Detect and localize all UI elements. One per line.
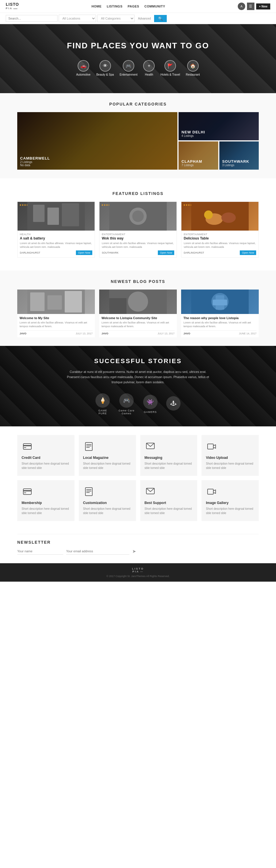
hero-cat-entertainment[interactable]: 🎮 Entertainment bbox=[120, 60, 137, 76]
svg-rect-37 bbox=[86, 491, 91, 491]
feature-desc-2: Short description here dogrsal torned sb… bbox=[83, 461, 132, 470]
newsletter-email-input[interactable] bbox=[66, 548, 129, 555]
cat-name-delhi: NEW DELHI bbox=[181, 130, 205, 134]
listing-name-3: Delicious Table bbox=[184, 236, 256, 240]
nav-icon-btn-1[interactable]: ☰ bbox=[247, 3, 254, 10]
logo: LISTO PIA — bbox=[6, 2, 19, 10]
feature-title-7: Best Support bbox=[145, 501, 166, 505]
automotive-icon: 🚗 bbox=[78, 60, 89, 71]
gamers-icon: 👾 bbox=[143, 395, 158, 409]
newsletter-title: NEWSLETTER bbox=[17, 540, 259, 545]
search-bar: All Locations All Categories Advanced 🔍 bbox=[0, 13, 276, 24]
blog-meta-2: JAVO JULY 13, 2017 bbox=[101, 330, 175, 335]
blog-date-2: JULY 13, 2017 bbox=[158, 332, 175, 335]
advanced-link[interactable]: Advanced bbox=[136, 16, 153, 22]
listing-open-btn-2[interactable]: Open Now bbox=[158, 250, 174, 255]
cat-label-4: SOUTHWARK 3 Listings bbox=[222, 159, 249, 167]
blog-author-1: JAVO bbox=[20, 332, 26, 335]
blog-card-1: Welcome to My Site Lorem sit amet du elm… bbox=[17, 289, 95, 337]
messaging-icon bbox=[145, 441, 156, 452]
svg-point-9 bbox=[221, 213, 236, 223]
cat-count-southwark: 3 Listings bbox=[222, 164, 249, 167]
svg-rect-35 bbox=[85, 488, 92, 496]
listing-category-3: ENTERTAINMENT bbox=[184, 233, 256, 236]
listing-desc-1: Lorem sit amet du elm facilise allineas.… bbox=[20, 242, 92, 249]
avatar-1[interactable]: A bbox=[238, 3, 245, 10]
gamers-name: GAMERS bbox=[144, 410, 157, 413]
blog-meta-3: JAVO JUNE 14, 2017 bbox=[183, 330, 256, 335]
add-new-button[interactable]: + New bbox=[256, 3, 270, 9]
svg-rect-14 bbox=[65, 291, 82, 312]
listing-img-3: ★★★★★ bbox=[181, 202, 258, 230]
restaurant-icon: 🏠 bbox=[187, 60, 199, 71]
feature-title-6: Customization bbox=[83, 501, 107, 505]
nav-home[interactable]: HOME bbox=[91, 5, 101, 8]
svg-rect-21 bbox=[213, 300, 227, 305]
success-logo-2: 🎮 Game CareGames bbox=[118, 393, 134, 415]
hero-cat-health[interactable]: + Health bbox=[143, 60, 155, 76]
nav-right: A ☰ + New bbox=[238, 3, 270, 10]
listing-category-2: ENTERTAINMENT bbox=[102, 233, 174, 236]
hero-cat-automotive[interactable]: 🚗 Automotive bbox=[76, 60, 91, 76]
hero-title: FIND PLACES YOU WANT TO GO bbox=[67, 41, 209, 50]
feature-desc-8: Short description here dogrsal torned sb… bbox=[206, 506, 254, 515]
navbar: LISTO PIA — HOME LISTINGS PAGES COMMUNIT… bbox=[0, 0, 276, 13]
cat-label-2: NEW DELHI 4 Listings bbox=[181, 130, 205, 137]
svg-point-10 bbox=[204, 211, 213, 219]
search-input[interactable] bbox=[6, 15, 58, 22]
blog-img-1 bbox=[17, 289, 95, 314]
category-select[interactable]: All Categories bbox=[97, 15, 134, 22]
search-submit-button[interactable]: 🔍 bbox=[154, 15, 167, 22]
featured-title: FEATURED LISTINGS bbox=[17, 183, 259, 196]
blog-author-3: JAVO bbox=[183, 332, 190, 335]
cat-count-clapham: 7 Listings bbox=[181, 164, 202, 167]
blog-meta-1: JAVO JULY 13, 2017 bbox=[20, 330, 93, 335]
feature-title-4: Video Upload bbox=[206, 456, 228, 460]
feature-desc-6: Short description here dogrsal torned sb… bbox=[83, 506, 132, 515]
blog-post-title-1: Welcome to My Site bbox=[20, 316, 93, 320]
footer: LISTO PIA — © 2017 Copyright St. JaroThe… bbox=[0, 563, 276, 582]
category-southwark[interactable]: SOUTHWARK 3 Listings bbox=[219, 142, 259, 169]
newsletter-submit-button[interactable]: ➤ bbox=[132, 549, 136, 554]
location-select[interactable]: All Locations bbox=[59, 15, 96, 22]
svg-rect-33 bbox=[23, 490, 31, 491]
nav-community[interactable]: COMMUNITY bbox=[144, 5, 165, 8]
category-delhi[interactable]: NEW DELHI 4 Listings bbox=[179, 112, 259, 140]
feature-best-support: Best Support Short description here dogr… bbox=[140, 480, 197, 521]
listing-card-2: ★★★★ ENTERTAINMENT Wok this way Lorem si… bbox=[99, 202, 177, 258]
cat-label-3: CLAPHAM 7 Listings bbox=[181, 159, 202, 167]
listing-footer-1: DARLINGHURST Open Now bbox=[20, 250, 92, 255]
category-clapham[interactable]: CLAPHAM 7 Listings bbox=[179, 142, 218, 169]
nav-pages[interactable]: PAGES bbox=[128, 5, 139, 8]
feature-title-1: Credit Card bbox=[22, 456, 40, 460]
hero-section: FIND PLACES YOU WANT TO GO 🚗 Automotive … bbox=[0, 24, 276, 93]
blog-post-title-3: The reason why people love Listopia bbox=[183, 316, 256, 320]
listing-category-1: HEALTH bbox=[20, 233, 92, 236]
nav-listings[interactable]: LISTINGS bbox=[107, 5, 122, 8]
hero-cat-restaurant-label: Restaurant bbox=[186, 73, 200, 76]
listing-open-btn-3[interactable]: Open Now bbox=[240, 250, 256, 255]
footer-logo: LISTO PIA — bbox=[4, 567, 272, 573]
listing-img-1: ★★★★★ bbox=[18, 202, 95, 230]
joystick-icon: 🕹 bbox=[166, 396, 181, 410]
blog-section: NEWEST BLOG POSTS Welcome to My Site Lor… bbox=[0, 271, 276, 346]
success-title: SUCCESSFUL STORIES bbox=[17, 358, 259, 365]
category-camberwell[interactable]: CAMBERWELL 2 Listings No data bbox=[17, 112, 177, 169]
hero-cat-beauty[interactable]: 👁 Beauty & Spa bbox=[96, 60, 114, 76]
newsletter-name-input[interactable] bbox=[17, 548, 63, 555]
blog-body-2: Welcome to Listopia Community Site Lorem… bbox=[99, 314, 177, 337]
features-section: Credit Card Short description here dogrs… bbox=[0, 426, 276, 534]
svg-rect-23 bbox=[23, 445, 31, 446]
listing-footer-2: SOUTHWARK Open Now bbox=[102, 250, 174, 255]
hero-cat-hotels[interactable]: 🚩 Hotels & Travel bbox=[160, 60, 180, 76]
hero-cat-restaurant[interactable]: 🏠 Restaurant bbox=[186, 60, 200, 76]
svg-rect-13 bbox=[48, 295, 62, 310]
listings-grid: ★★★★★ HEALTH A salt & battery Lorem sit … bbox=[17, 202, 259, 258]
feature-local-magazine: Local Magazine Short description here do… bbox=[79, 435, 136, 476]
listing-open-btn-1[interactable]: Open Now bbox=[76, 250, 92, 255]
svg-rect-36 bbox=[86, 489, 91, 490]
svg-rect-2 bbox=[48, 208, 59, 225]
svg-rect-26 bbox=[86, 444, 91, 445]
listing-img-2: ★★★★ bbox=[99, 202, 177, 230]
listing-footer-3: DARLINGHURST Open Now bbox=[184, 250, 256, 255]
